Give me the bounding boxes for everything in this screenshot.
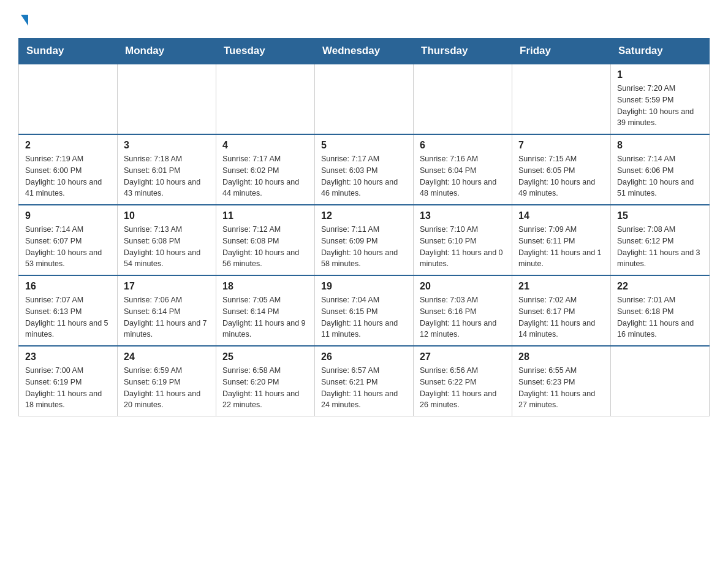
day-info: Sunrise: 7:09 AM Sunset: 6:11 PM Dayligh… bbox=[518, 224, 604, 270]
calendar-cell: 9Sunrise: 7:14 AM Sunset: 6:07 PM Daylig… bbox=[19, 205, 118, 275]
day-header-monday: Monday bbox=[118, 39, 216, 64]
calendar-cell: 6Sunrise: 7:16 AM Sunset: 6:04 PM Daylig… bbox=[414, 134, 512, 205]
day-header-saturday: Saturday bbox=[611, 39, 710, 64]
day-number: 6 bbox=[420, 140, 506, 151]
page-header bbox=[18, 12, 710, 26]
day-number: 1 bbox=[617, 69, 703, 80]
day-header-thursday: Thursday bbox=[414, 39, 512, 64]
day-info: Sunrise: 7:00 AM Sunset: 6:19 PM Dayligh… bbox=[25, 365, 111, 411]
day-info: Sunrise: 7:20 AM Sunset: 5:59 PM Dayligh… bbox=[617, 83, 703, 129]
day-info: Sunrise: 7:15 AM Sunset: 6:05 PM Dayligh… bbox=[518, 153, 604, 199]
day-number: 10 bbox=[124, 210, 210, 221]
day-header-sunday: Sunday bbox=[19, 39, 118, 64]
calendar-table: SundayMondayTuesdayWednesdayThursdayFrid… bbox=[18, 38, 710, 416]
day-info: Sunrise: 7:13 AM Sunset: 6:08 PM Dayligh… bbox=[124, 224, 210, 270]
day-header-friday: Friday bbox=[512, 39, 611, 64]
day-number: 26 bbox=[321, 351, 407, 362]
day-info: Sunrise: 7:12 AM Sunset: 6:08 PM Dayligh… bbox=[222, 224, 308, 270]
day-number: 15 bbox=[617, 210, 703, 221]
day-info: Sunrise: 6:58 AM Sunset: 6:20 PM Dayligh… bbox=[222, 365, 308, 411]
day-header-tuesday: Tuesday bbox=[216, 39, 315, 64]
day-number: 20 bbox=[420, 281, 506, 292]
calendar-cell: 14Sunrise: 7:09 AM Sunset: 6:11 PM Dayli… bbox=[512, 205, 611, 275]
calendar-cell: 1Sunrise: 7:20 AM Sunset: 5:59 PM Daylig… bbox=[611, 64, 710, 134]
calendar-cell: 19Sunrise: 7:04 AM Sunset: 6:15 PM Dayli… bbox=[315, 275, 414, 346]
calendar-cell: 27Sunrise: 6:56 AM Sunset: 6:22 PM Dayli… bbox=[414, 346, 512, 416]
day-number: 11 bbox=[222, 210, 308, 221]
day-info: Sunrise: 7:17 AM Sunset: 6:02 PM Dayligh… bbox=[222, 153, 308, 199]
calendar-cell: 7Sunrise: 7:15 AM Sunset: 6:05 PM Daylig… bbox=[512, 134, 611, 205]
calendar-header-row: SundayMondayTuesdayWednesdayThursdayFrid… bbox=[19, 39, 710, 64]
calendar-cell bbox=[216, 64, 315, 134]
day-number: 7 bbox=[518, 140, 604, 151]
day-number: 13 bbox=[420, 210, 506, 221]
calendar-cell bbox=[315, 64, 414, 134]
day-info: Sunrise: 6:55 AM Sunset: 6:23 PM Dayligh… bbox=[518, 365, 604, 411]
day-info: Sunrise: 6:57 AM Sunset: 6:21 PM Dayligh… bbox=[321, 365, 407, 411]
day-number: 18 bbox=[222, 281, 308, 292]
day-number: 17 bbox=[124, 281, 210, 292]
calendar-cell: 4Sunrise: 7:17 AM Sunset: 6:02 PM Daylig… bbox=[216, 134, 315, 205]
calendar-week-row: 16Sunrise: 7:07 AM Sunset: 6:13 PM Dayli… bbox=[19, 275, 710, 346]
calendar-cell bbox=[118, 64, 216, 134]
day-info: Sunrise: 7:19 AM Sunset: 6:00 PM Dayligh… bbox=[25, 153, 111, 199]
day-header-wednesday: Wednesday bbox=[315, 39, 414, 64]
calendar-week-row: 9Sunrise: 7:14 AM Sunset: 6:07 PM Daylig… bbox=[19, 205, 710, 275]
day-number: 8 bbox=[617, 140, 703, 151]
day-info: Sunrise: 7:07 AM Sunset: 6:13 PM Dayligh… bbox=[25, 294, 111, 340]
day-number: 19 bbox=[321, 281, 407, 292]
calendar-cell bbox=[512, 64, 611, 134]
day-info: Sunrise: 7:14 AM Sunset: 6:06 PM Dayligh… bbox=[617, 153, 703, 199]
day-number: 21 bbox=[518, 281, 604, 292]
day-info: Sunrise: 7:01 AM Sunset: 6:18 PM Dayligh… bbox=[617, 294, 703, 340]
day-info: Sunrise: 7:06 AM Sunset: 6:14 PM Dayligh… bbox=[124, 294, 210, 340]
day-number: 12 bbox=[321, 210, 407, 221]
calendar-week-row: 23Sunrise: 7:00 AM Sunset: 6:19 PM Dayli… bbox=[19, 346, 710, 416]
calendar-cell: 28Sunrise: 6:55 AM Sunset: 6:23 PM Dayli… bbox=[512, 346, 611, 416]
calendar-cell: 5Sunrise: 7:17 AM Sunset: 6:03 PM Daylig… bbox=[315, 134, 414, 205]
calendar-cell: 8Sunrise: 7:14 AM Sunset: 6:06 PM Daylig… bbox=[611, 134, 710, 205]
calendar-cell: 3Sunrise: 7:18 AM Sunset: 6:01 PM Daylig… bbox=[118, 134, 216, 205]
day-info: Sunrise: 7:14 AM Sunset: 6:07 PM Dayligh… bbox=[25, 224, 111, 270]
calendar-cell: 16Sunrise: 7:07 AM Sunset: 6:13 PM Dayli… bbox=[19, 275, 118, 346]
day-number: 2 bbox=[25, 140, 111, 151]
calendar-cell: 10Sunrise: 7:13 AM Sunset: 6:08 PM Dayli… bbox=[118, 205, 216, 275]
calendar-cell: 12Sunrise: 7:11 AM Sunset: 6:09 PM Dayli… bbox=[315, 205, 414, 275]
day-info: Sunrise: 7:03 AM Sunset: 6:16 PM Dayligh… bbox=[420, 294, 506, 340]
logo-arrow-icon bbox=[21, 15, 28, 26]
logo bbox=[18, 12, 28, 26]
day-info: Sunrise: 7:17 AM Sunset: 6:03 PM Dayligh… bbox=[321, 153, 407, 199]
calendar-cell: 11Sunrise: 7:12 AM Sunset: 6:08 PM Dayli… bbox=[216, 205, 315, 275]
day-number: 25 bbox=[222, 351, 308, 362]
calendar-cell: 21Sunrise: 7:02 AM Sunset: 6:17 PM Dayli… bbox=[512, 275, 611, 346]
day-number: 5 bbox=[321, 140, 407, 151]
calendar-cell: 17Sunrise: 7:06 AM Sunset: 6:14 PM Dayli… bbox=[118, 275, 216, 346]
calendar-cell: 18Sunrise: 7:05 AM Sunset: 6:14 PM Dayli… bbox=[216, 275, 315, 346]
day-info: Sunrise: 7:10 AM Sunset: 6:10 PM Dayligh… bbox=[420, 224, 506, 270]
day-info: Sunrise: 7:04 AM Sunset: 6:15 PM Dayligh… bbox=[321, 294, 407, 340]
day-info: Sunrise: 7:16 AM Sunset: 6:04 PM Dayligh… bbox=[420, 153, 506, 199]
calendar-cell bbox=[611, 346, 710, 416]
calendar-cell: 24Sunrise: 6:59 AM Sunset: 6:19 PM Dayli… bbox=[118, 346, 216, 416]
calendar-cell: 22Sunrise: 7:01 AM Sunset: 6:18 PM Dayli… bbox=[611, 275, 710, 346]
day-info: Sunrise: 7:02 AM Sunset: 6:17 PM Dayligh… bbox=[518, 294, 604, 340]
calendar-cell: 23Sunrise: 7:00 AM Sunset: 6:19 PM Dayli… bbox=[19, 346, 118, 416]
calendar-week-row: 2Sunrise: 7:19 AM Sunset: 6:00 PM Daylig… bbox=[19, 134, 710, 205]
day-info: Sunrise: 7:11 AM Sunset: 6:09 PM Dayligh… bbox=[321, 224, 407, 270]
calendar-cell bbox=[414, 64, 512, 134]
calendar-week-row: 1Sunrise: 7:20 AM Sunset: 5:59 PM Daylig… bbox=[19, 64, 710, 134]
day-number: 27 bbox=[420, 351, 506, 362]
calendar-cell: 25Sunrise: 6:58 AM Sunset: 6:20 PM Dayli… bbox=[216, 346, 315, 416]
day-number: 24 bbox=[124, 351, 210, 362]
day-number: 23 bbox=[25, 351, 111, 362]
calendar-cell bbox=[19, 64, 118, 134]
calendar-cell: 20Sunrise: 7:03 AM Sunset: 6:16 PM Dayli… bbox=[414, 275, 512, 346]
calendar-cell: 13Sunrise: 7:10 AM Sunset: 6:10 PM Dayli… bbox=[414, 205, 512, 275]
day-number: 9 bbox=[25, 210, 111, 221]
day-info: Sunrise: 7:05 AM Sunset: 6:14 PM Dayligh… bbox=[222, 294, 308, 340]
day-number: 28 bbox=[518, 351, 604, 362]
calendar-cell: 2Sunrise: 7:19 AM Sunset: 6:00 PM Daylig… bbox=[19, 134, 118, 205]
calendar-cell: 26Sunrise: 6:57 AM Sunset: 6:21 PM Dayli… bbox=[315, 346, 414, 416]
day-number: 16 bbox=[25, 281, 111, 292]
day-info: Sunrise: 6:59 AM Sunset: 6:19 PM Dayligh… bbox=[124, 365, 210, 411]
